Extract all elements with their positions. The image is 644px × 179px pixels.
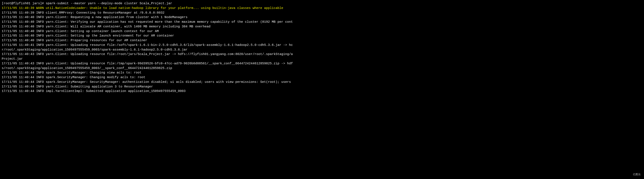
terminal-line-14: s/root/.sparkStaging/application_1509497… — [2, 66, 642, 71]
terminal-line-5: 17/11/05 11:40:40 INFO yarn.Client: Will… — [2, 24, 642, 29]
terminal-line-10: r/root/.sparkStaging/application_1509497… — [2, 48, 642, 52]
terminal-line-16: 17/11/05 11:40:44 INFO spark.SecurityMan… — [2, 75, 642, 80]
terminal-line-2: 17/11/05 11:40:39 INFO client.RMProxy: C… — [2, 11, 642, 15]
terminal-line-17: 17/11/05 11:40:44 INFO spark.SecurityMan… — [2, 80, 642, 85]
terminal-line-18: 17/11/05 11:40:44 INFO yarn.Client: Subm… — [2, 85, 642, 89]
terminal-line-13: 17/11/05 11:40:43 INFO yarn.Client: Uplo… — [2, 61, 642, 66]
terminal-line-7: 17/11/05 11:40:40 INFO yarn.Client: Sett… — [2, 33, 642, 38]
terminal-line-3: 17/11/05 11:40:40 INFO yarn.Client: Requ… — [2, 15, 642, 20]
terminal-window: [root@flyfish01 jars]# spark-submit --ma… — [0, 0, 644, 179]
terminal-line-8: 17/11/05 11:40:40 INFO yarn.Client: Prep… — [2, 38, 642, 43]
terminal-line-19: 17/11/05 11:40:44 INFO impl.YarnClientIm… — [2, 89, 642, 94]
terminal-line-9: 17/11/05 11:40:41 INFO yarn.Client: Uplo… — [2, 43, 642, 48]
watermark: 亿图法 — [632, 173, 642, 177]
terminal-line-0: [root@flyfish01 jars]# spark-submit --ma… — [2, 1, 642, 6]
terminal-line-6: 17/11/05 11:40:40 INFO yarn.Client: Sett… — [2, 29, 642, 34]
terminal-line-12: Project.jar — [2, 57, 642, 61]
terminal-line-1: 17/11/05 11:40:39 WARN util.NativeCodeLo… — [2, 6, 642, 11]
terminal-line-15: 17/11/05 11:40:44 INFO spark.SecurityMan… — [2, 70, 642, 75]
terminal-line-4: 17/11/05 11:40:40 INFO yarn.Client: Veri… — [2, 20, 642, 24]
terminal-line-11: 17/11/05 11:40:43 INFO yarn.Client: Uplo… — [2, 52, 642, 57]
